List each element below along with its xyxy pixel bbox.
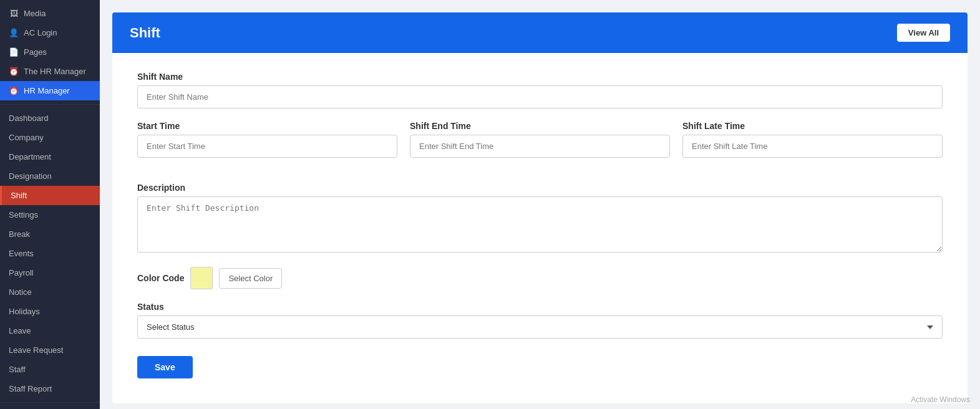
page-header: Shift View All [112, 12, 968, 53]
sidebar-item-events[interactable]: Events [0, 244, 100, 263]
shift-name-group: Shift Name [137, 72, 943, 108]
sidebar-item-media[interactable]: 🖼 Media [0, 4, 100, 23]
description-textarea[interactable] [137, 196, 943, 253]
description-group: Description [137, 183, 943, 254]
sidebar-item-dashboard[interactable]: Dashboard [0, 108, 100, 128]
sidebar-item-notice[interactable]: Notice [0, 282, 100, 302]
sidebar-item-shift[interactable]: Shift [0, 186, 100, 205]
view-all-button[interactable]: View All [897, 24, 950, 42]
shift-end-time-label: Shift End Time [410, 121, 670, 131]
time-fields-row: Start Time Shift End Time Shift Late Tim… [137, 121, 943, 170]
hr-manager-icon: ⏰ [9, 86, 19, 95]
sidebar-item-payroll[interactable]: Payroll [0, 263, 100, 282]
status-group: Status Select Status Active Inactive [137, 302, 943, 339]
main-content: Shift View All Shift Name Start Time Shi… [100, 0, 980, 409]
status-select[interactable]: Select Status Active Inactive [137, 315, 943, 339]
sidebar-item-leave-request[interactable]: Leave Request [0, 340, 100, 360]
start-time-label: Start Time [137, 121, 397, 131]
description-label: Description [137, 183, 943, 193]
sidebar-item-pages[interactable]: 📄 Pages [0, 42, 100, 62]
clock-icon: ⏰ [9, 67, 19, 76]
color-code-row: Color Code Select Color [137, 267, 943, 289]
start-time-group: Start Time [137, 121, 397, 158]
color-code-label: Color Code [137, 273, 184, 283]
sidebar: 🖼 Media 👤 AC Login 📄 Pages ⏰ The HR Mana… [0, 0, 100, 409]
shift-late-time-input[interactable] [682, 135, 943, 158]
select-color-button[interactable]: Select Color [219, 268, 282, 289]
save-button[interactable]: Save [137, 356, 193, 378]
shift-name-label: Shift Name [137, 72, 943, 82]
color-swatch[interactable] [190, 267, 213, 289]
sidebar-item-staff[interactable]: Staff [0, 360, 100, 379]
pages-icon: 📄 [9, 47, 19, 57]
sidebar-item-break[interactable]: Break [0, 224, 100, 244]
shift-end-time-group: Shift End Time [410, 121, 670, 158]
media-icon: 🖼 [9, 9, 19, 18]
sidebar-item-settings[interactable]: Settings [0, 205, 100, 224]
sidebar-item-company[interactable]: Company [0, 128, 100, 147]
shift-end-time-input[interactable] [410, 135, 670, 158]
sidebar-item-staff-report[interactable]: Staff Report [0, 379, 100, 398]
ac-login-icon: 👤 [9, 28, 19, 37]
sidebar-item-client[interactable]: 👥 Client [0, 407, 100, 409]
start-time-input[interactable] [137, 135, 397, 158]
sidebar-item-holidays[interactable]: Holidays [0, 302, 100, 321]
page-title: Shift [130, 25, 160, 41]
shift-late-time-label: Shift Late Time [682, 121, 943, 131]
sidebar-item-ac-login[interactable]: 👤 AC Login [0, 23, 100, 42]
sidebar-item-the-hr-manager[interactable]: ⏰ The HR Manager [0, 62, 100, 81]
sidebar-item-department[interactable]: Department [0, 147, 100, 166]
sidebar-item-designation[interactable]: Designation [0, 166, 100, 186]
status-label: Status [137, 302, 943, 312]
form-card: Shift Name Start Time Shift End Time Shi… [112, 53, 968, 403]
sidebar-item-leave[interactable]: Leave [0, 321, 100, 340]
shift-name-input[interactable] [137, 85, 943, 108]
sidebar-item-hr-manager[interactable]: ⏰ HR Manager [0, 81, 100, 100]
shift-late-time-group: Shift Late Time [682, 121, 943, 158]
